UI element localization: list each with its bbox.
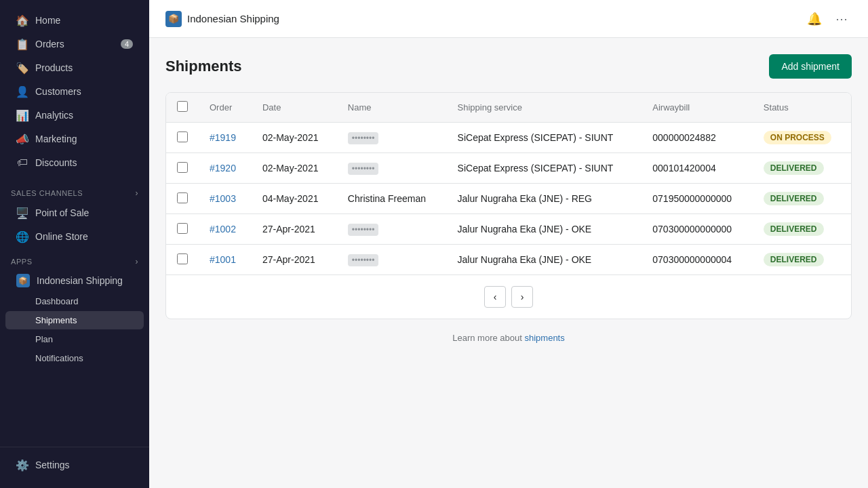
name-blurred: •••••••• <box>348 254 379 266</box>
sidebar-sub-item-shipments[interactable]: Shipments <box>5 311 144 329</box>
table-row: #1920 02-May-2021 •••••••• SiCepat Expre… <box>166 153 851 184</box>
topbar-app-name: Indonesian Shipping <box>187 13 279 24</box>
sidebar-item-home[interactable]: 🏠 Home <box>5 9 144 32</box>
row-checkbox-cell <box>166 123 199 153</box>
pagination: ‹ › <box>166 274 851 319</box>
sidebar-item-label: Orders <box>35 39 64 49</box>
table-row: #1919 02-May-2021 •••••••• SiCepat Expre… <box>166 123 851 153</box>
sidebar-item-products[interactable]: 🏷️ Products <box>5 56 144 79</box>
main-content: 📦 Indonesian Shipping 🔔 ⋯ Shipments Add … <box>149 0 868 488</box>
sidebar-item-label: Customers <box>35 86 81 97</box>
app-icon: 📦 <box>165 11 182 27</box>
sidebar-app-indonesian-shipping[interactable]: 📦 Indonesian Shipping <box>5 270 144 291</box>
online-store-icon: 🌐 <box>16 230 28 243</box>
sidebar: 🏠 Home 📋 Orders 4 🏷️ Products 👤 Customer… <box>0 0 149 488</box>
shipments-table: Order Date Name Shipping service Airwayb… <box>166 93 851 274</box>
shipping-service: Jalur Nugraha Eka (JNE) - OKE <box>447 214 642 245</box>
sidebar-item-online-store[interactable]: 🌐 Online Store <box>5 225 144 248</box>
shipping-service: SiCepat Express (SICEPAT) - SIUNT <box>447 123 642 153</box>
products-icon: 🏷️ <box>16 62 28 74</box>
status-cell: DELIVERED <box>753 153 851 184</box>
order-link[interactable]: #1003 <box>210 193 236 204</box>
select-all-checkbox[interactable] <box>177 101 188 112</box>
analytics-icon: 📊 <box>16 109 28 121</box>
sidebar-item-label: Online Store <box>35 231 88 242</box>
customer-name: Christina Freeman <box>348 193 426 204</box>
sidebar-item-marketing[interactable]: 📣 Marketing <box>5 127 144 150</box>
airwaybill: 071950000000000 <box>642 184 753 214</box>
customer-name-cell: Christina Freeman <box>337 184 447 214</box>
table-header-row: Order Date Name Shipping service Airwayb… <box>166 93 851 123</box>
sidebar-bottom: ⚙️ Settings <box>0 447 149 488</box>
table-row: #1003 04-May-2021 Christina Freeman Jalu… <box>166 184 851 214</box>
status-badge: DELIVERED <box>764 161 824 175</box>
shipments-tbody: #1919 02-May-2021 •••••••• SiCepat Expre… <box>166 123 851 275</box>
add-shipment-button[interactable]: Add shipment <box>769 54 852 79</box>
col-shipping-service: Shipping service <box>447 93 642 123</box>
row-checkbox[interactable] <box>177 223 188 234</box>
sidebar-sub-item-plan[interactable]: Plan <box>5 330 144 348</box>
next-page-button[interactable]: › <box>511 286 533 308</box>
airwaybill: 070300000000000 <box>642 214 753 245</box>
shipment-date: 27-Apr-2021 <box>252 214 337 245</box>
row-checkbox-cell <box>166 214 199 245</box>
shipment-date: 02-May-2021 <box>252 153 337 184</box>
row-checkbox[interactable] <box>177 192 188 203</box>
order-link[interactable]: #1001 <box>210 254 236 265</box>
breadcrumb: 📦 Indonesian Shipping <box>165 11 279 27</box>
sidebar-item-settings[interactable]: ⚙️ Settings <box>5 453 144 476</box>
sidebar-item-label: Discounts <box>35 157 77 168</box>
bell-button[interactable]: 🔔 <box>803 7 826 30</box>
apps-chevron-icon[interactable]: › <box>135 257 138 266</box>
marketing-icon: 📣 <box>16 133 28 145</box>
sales-channels-chevron-icon[interactable]: › <box>135 188 138 198</box>
order-link[interactable]: #1920 <box>210 163 236 174</box>
status-cell: DELIVERED <box>753 184 851 214</box>
sidebar-item-label: Point of Sale <box>35 207 89 218</box>
order-link[interactable]: #1919 <box>210 132 236 143</box>
customers-icon: 👤 <box>16 85 28 98</box>
row-checkbox[interactable] <box>177 162 188 173</box>
col-airwaybill: Airwaybill <box>642 93 753 123</box>
name-blurred: •••••••• <box>348 163 379 175</box>
table-row: #1002 27-Apr-2021 •••••••• Jalur Nugraha… <box>166 214 851 245</box>
prev-page-button[interactable]: ‹ <box>484 286 506 308</box>
status-cell: ON PROCESS <box>753 123 851 153</box>
order-number: #1919 <box>199 123 252 153</box>
discounts-icon: 🏷 <box>16 157 28 169</box>
status-badge: DELIVERED <box>764 253 824 266</box>
status-badge: DELIVERED <box>764 222 824 236</box>
col-order: Order <box>199 93 252 123</box>
sidebar-sub-item-label: Notifications <box>35 353 83 363</box>
name-blurred: •••••••• <box>348 224 379 236</box>
sidebar-item-analytics[interactable]: 📊 Analytics <box>5 104 144 127</box>
sidebar-item-customers[interactable]: 👤 Customers <box>5 80 144 103</box>
order-link[interactable]: #1002 <box>210 224 236 235</box>
shipments-link[interactable]: shipments <box>524 333 564 343</box>
col-status: Status <box>753 93 851 123</box>
sidebar-item-label: Marketing <box>35 134 77 144</box>
learn-more-text: Learn more about <box>452 333 524 343</box>
sidebar-app-name: Indonesian Shipping <box>37 275 123 286</box>
more-button[interactable]: ⋯ <box>831 7 852 30</box>
customer-name-cell: •••••••• <box>337 123 447 153</box>
sidebar-item-point-of-sale[interactable]: 🖥️ Point of Sale <box>5 201 144 224</box>
sidebar-sub-item-label: Shipments <box>35 315 77 325</box>
page-content: Shipments Add shipment Order Date Name S… <box>149 38 868 488</box>
airwaybill: 070300000000004 <box>642 245 753 275</box>
sidebar-item-discounts[interactable]: 🏷 Discounts <box>5 151 144 174</box>
sidebar-main-nav: 🏠 Home 📋 Orders 4 🏷️ Products 👤 Customer… <box>0 0 149 180</box>
settings-icon: ⚙️ <box>16 459 28 471</box>
customer-name-cell: •••••••• <box>337 214 447 245</box>
row-checkbox[interactable] <box>177 253 188 264</box>
sidebar-apps-label: Apps › <box>0 249 149 269</box>
order-number: #1001 <box>199 245 252 275</box>
sidebar-sub-item-dashboard[interactable]: Dashboard <box>5 292 144 310</box>
shipment-date: 27-Apr-2021 <box>252 245 337 275</box>
sidebar-item-orders[interactable]: 📋 Orders 4 <box>5 33 144 56</box>
row-checkbox[interactable] <box>177 131 188 142</box>
sidebar-sub-item-notifications[interactable]: Notifications <box>5 349 144 367</box>
table-row: #1001 27-Apr-2021 •••••••• Jalur Nugraha… <box>166 245 851 275</box>
order-number: #1920 <box>199 153 252 184</box>
name-blurred: •••••••• <box>348 132 379 144</box>
